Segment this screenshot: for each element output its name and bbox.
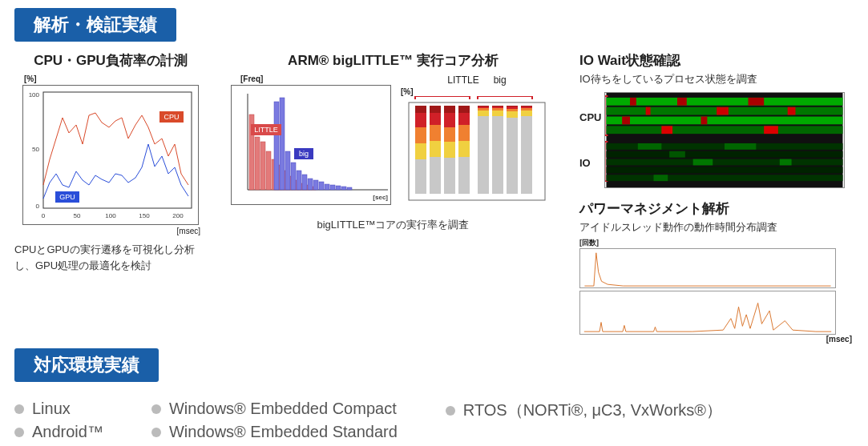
svg-rect-102 (662, 126, 673, 134)
svg-rect-30 (291, 163, 296, 190)
bullet-icon (446, 406, 455, 416)
pm-ylabel: [回数] (579, 238, 852, 248)
arm-stack-ylabel: [%] (401, 87, 553, 96)
iowait-title: IO Wait状態確認 (579, 51, 852, 70)
svg-text:100: 100 (105, 212, 116, 219)
svg-rect-29 (285, 151, 290, 190)
cpu-gpu-title: CPU・GPU負荷率の計測 (14, 51, 207, 70)
svg-rect-90 (607, 97, 843, 105)
svg-rect-103 (765, 126, 779, 134)
section-header-env: 対応環境実績 (14, 348, 159, 382)
svg-text:GPU: GPU (59, 193, 75, 201)
bullet-icon (14, 428, 24, 437)
svg-rect-68 (458, 141, 470, 157)
right-col: IO Wait状態確認 IO待ちをしているプロセス状態を調査 CPU IO (579, 51, 852, 344)
svg-rect-73 (478, 110, 489, 116)
svg-rect-34 (313, 180, 318, 190)
bullet-icon (14, 404, 24, 414)
env-col-1: Linux Android™ (14, 400, 103, 446)
cpu-gpu-col: CPU・GPU負荷率の計測 [%] 050100 050100150200 CP… (14, 51, 207, 273)
section-header-analysis: 解析・検証実績 (14, 8, 176, 42)
svg-rect-28 (280, 98, 285, 190)
charts-row: CPU・GPU負荷率の計測 [%] 050100 050100150200 CP… (14, 51, 854, 344)
arm-hist-wrap: [Freq] LITTLE (231, 74, 391, 205)
svg-rect-111 (780, 159, 792, 165)
svg-rect-88 (521, 110, 532, 116)
svg-rect-95 (646, 106, 651, 115)
arm-charts-wrap: [Freq] LITTLE (231, 74, 555, 211)
svg-text:50: 50 (74, 212, 81, 219)
arm-title: ARM® bigLITTLE™ 実行コア分析 (231, 51, 555, 70)
iowait-wrap: CPU IO (579, 92, 852, 188)
arm-big-label: big (494, 74, 507, 86)
cpu-gpu-desc: CPUとGPUの実行遷移を可視化し分析し、GPU処理の最適化を検討 (14, 242, 207, 273)
cpu-gpu-ylabel: [%] (24, 74, 207, 83)
svg-rect-32 (302, 175, 307, 190)
bullet-icon (151, 428, 161, 437)
svg-rect-101 (607, 126, 843, 134)
env-list: Linux Android™ Windows® Embedded Compact… (14, 400, 854, 446)
pm-title: パワーマネジメント解析 (579, 199, 852, 218)
svg-rect-98 (607, 116, 843, 124)
svg-rect-91 (630, 97, 636, 105)
cpu-gpu-xlabel: [msec] (14, 227, 200, 235)
env-col-3: RTOS（NORTi®, μC3, VxWorks®） (446, 400, 722, 446)
svg-text:0: 0 (36, 203, 40, 210)
svg-rect-38 (336, 186, 341, 190)
env-item-win-compact: Windows® Embedded Compact (151, 400, 398, 418)
svg-rect-97 (788, 106, 796, 115)
env-col-2: Windows® Embedded Compact Windows® Embed… (151, 400, 398, 446)
svg-rect-92 (677, 97, 687, 105)
svg-text:[sec]: [sec] (373, 194, 388, 201)
env-item-win-standard: Windows® Embedded Standard (151, 423, 398, 441)
iowait-row-labels: CPU IO (579, 111, 601, 169)
svg-text:CPU: CPU (164, 113, 179, 121)
pm-charts: [msec] (579, 248, 852, 344)
pm-chart-bottom (579, 291, 836, 335)
cpu-gpu-chart: 050100 050100150200 CPU GPU (22, 85, 199, 225)
svg-rect-33 (308, 179, 313, 190)
svg-rect-31 (297, 171, 301, 190)
svg-rect-39 (341, 187, 346, 190)
svg-rect-79 (507, 106, 518, 194)
svg-text:big: big (299, 150, 309, 158)
svg-rect-99 (623, 116, 631, 124)
svg-text:0: 0 (42, 212, 46, 219)
svg-rect-69 (478, 106, 489, 194)
svg-rect-0 (43, 92, 192, 208)
svg-rect-106 (725, 143, 756, 149)
svg-rect-58 (430, 141, 441, 157)
svg-rect-114 (654, 175, 668, 181)
svg-text:150: 150 (139, 212, 150, 219)
svg-rect-105 (638, 143, 662, 149)
svg-rect-110 (693, 159, 713, 165)
arm-little-label: LITTLE (447, 74, 478, 86)
arm-group-labels: LITTLE big (401, 74, 553, 86)
arm-stack-wrap: LITTLE big [%] (401, 74, 553, 211)
arm-desc: bigLITTLE™コアの実行率を調査 (231, 217, 555, 233)
svg-rect-96 (717, 106, 729, 115)
svg-rect-27 (274, 102, 279, 190)
env-item-linux: Linux (14, 400, 103, 418)
svg-rect-40 (347, 187, 352, 190)
svg-rect-74 (492, 106, 503, 194)
svg-rect-84 (521, 106, 532, 194)
svg-rect-36 (325, 184, 329, 190)
svg-text:50: 50 (32, 146, 39, 153)
svg-rect-18 (266, 151, 271, 190)
svg-rect-17 (260, 142, 265, 190)
svg-rect-113 (607, 175, 843, 181)
svg-rect-53 (415, 143, 426, 159)
pm-chart-top (579, 248, 836, 288)
pm-xlabel: [msec] (579, 335, 852, 344)
svg-rect-109 (607, 159, 843, 165)
iowait-cpu-label: CPU (579, 111, 601, 123)
svg-rect-78 (492, 110, 503, 116)
pm-desc: アイドルスレッド動作の動作時間分布調査 (579, 219, 852, 235)
iowait-chart (604, 92, 845, 188)
svg-rect-112 (607, 167, 843, 173)
arm-col: ARM® bigLITTLE™ 実行コア分析 [Freq] (231, 51, 555, 233)
svg-text:100: 100 (29, 91, 40, 98)
iowait-desc: IO待ちをしているプロセス状態を調査 (579, 71, 852, 87)
svg-rect-108 (670, 151, 686, 157)
